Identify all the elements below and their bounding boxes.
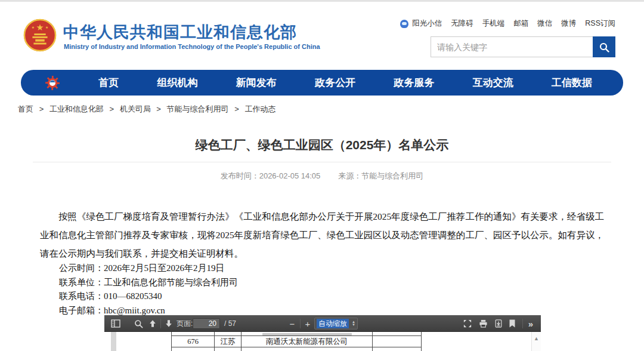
article-meta: 发布时间：2026-02-05 14:05 来源：节能与综合利用司 <box>0 171 644 181</box>
page-number-input[interactable] <box>193 318 220 329</box>
crumb-separator: > <box>109 104 114 113</box>
public-notice-period: 公示时间：2026年2月5日至2026年2月19日 <box>59 261 238 276</box>
pdf-toolbar: 页面: / 57 − + 自动缩放 ▲ ▼ <box>104 315 541 332</box>
sidebar-toggle-icon <box>111 319 120 328</box>
nav-item-gov-disclosure[interactable]: 政务公开 <box>315 76 355 90</box>
miit-gear-logo-icon[interactable] <box>45 75 60 91</box>
crumb-home[interactable]: 首页 <box>18 104 33 113</box>
zoom-level-select[interactable]: 自动缩放 ▲ ▼ <box>314 318 358 330</box>
national-emblem-logo: ★ ★ ★ <box>23 18 57 53</box>
link-yangguangxiaoxin[interactable]: 阳光小信 <box>412 19 442 29</box>
search-icon <box>599 42 609 53</box>
sidebar-toggle-button[interactable] <box>109 315 122 332</box>
link-weibo[interactable]: 微博 <box>561 19 576 29</box>
mascot-icon <box>400 20 408 28</box>
page: ★ ★ ★ 中华人民共和国工业和信息化部 Ministry of Industr… <box>0 0 644 351</box>
more-tools-button[interactable]: » <box>524 315 537 332</box>
clipped-text-remnant <box>262 333 352 335</box>
presentation-mode-button[interactable] <box>461 315 474 332</box>
search-input[interactable] <box>431 36 593 57</box>
toolbar-divider <box>160 319 161 328</box>
bookmark-icon <box>509 319 516 328</box>
link-accessibility[interactable]: 无障碍 <box>451 19 473 29</box>
zoom-in-button[interactable]: + <box>302 315 314 332</box>
svg-text:★: ★ <box>45 26 48 29</box>
crumb-work-updates: 工作动态 <box>244 104 275 113</box>
quick-links: 阳光小信 无障碍 手机端 邮箱 微信 微博 RSS订阅 <box>400 19 615 29</box>
crumb-miit[interactable]: 工业和信息化部 <box>49 104 104 113</box>
contact-unit: 联系单位：工业和信息化部节能与综合利用司 <box>59 276 238 290</box>
download-button[interactable] <box>492 315 505 332</box>
pdf-viewer: 页面: / 57 − + 自动缩放 ▲ ▼ <box>104 315 541 351</box>
arrow-down-icon <box>165 319 173 328</box>
zoom-select-value: 自动缩放 <box>317 319 349 328</box>
search-button[interactable] <box>593 36 615 57</box>
site-title: 中华人民共和国工业和信息化部 <box>63 21 297 43</box>
crumb-departments[interactable]: 机关司局 <box>120 104 151 113</box>
nav-item-home[interactable]: 首页 <box>98 76 119 90</box>
nav-item-interaction[interactable]: 互动交流 <box>473 76 513 90</box>
nav-item-miit-data[interactable]: 工信数据 <box>552 76 592 90</box>
cell-company: 南通沃太新能源有限公司 <box>242 336 373 347</box>
printer-icon <box>479 319 488 328</box>
nav-item-news[interactable]: 新闻发布 <box>236 76 277 90</box>
link-wechat[interactable]: 微信 <box>537 19 552 29</box>
primary-nav: 首页 组织机构 新闻发布 政务公开 政务服务 互动交流 工信数据 <box>21 70 623 96</box>
article-title: 绿色工厂、绿色工业园区（2025年）名单公示 <box>0 137 644 153</box>
crumb-separator: > <box>156 104 161 113</box>
article-source: 来源：节能与综合利用司 <box>338 171 423 181</box>
next-page-button[interactable] <box>162 315 175 332</box>
svg-text:★: ★ <box>32 26 35 29</box>
table-row-clipped <box>172 347 422 351</box>
publish-time: 发布时间：2026-02-05 14:05 <box>221 171 321 181</box>
page-label: 页面: <box>177 315 193 332</box>
arrow-up-icon <box>148 319 157 328</box>
breadcrumb: 首页 > 工业和信息化部 > 机关司局 > 节能与综合利用司 > 工作动态 <box>18 104 275 115</box>
crumb-energy-dept[interactable]: 节能与综合利用司 <box>167 104 229 113</box>
pdf-page-area[interactable]: 676 江苏 南通沃太新能源有限公司 ▲ <box>104 332 541 351</box>
search-icon <box>134 319 143 328</box>
article-paragraph: 按照《绿色工厂梯度培育及管理暂行办法》《工业和信息化部办公厅关于开展2025年度… <box>40 207 604 263</box>
site-header: ★ ★ ★ 中华人民共和国工业和信息化部 Ministry of Industr… <box>0 2 644 67</box>
title-divider <box>33 162 611 162</box>
crumb-separator: > <box>234 104 239 113</box>
download-icon <box>494 319 503 328</box>
page-margin-gutter <box>111 332 116 351</box>
crumb-separator: > <box>39 104 44 113</box>
contact-phone: 联系电话：010—68205340 <box>59 290 238 304</box>
nav-item-gov-services[interactable]: 政务服务 <box>394 76 434 90</box>
zoom-out-button[interactable]: − <box>286 315 298 332</box>
page-count: / 57 <box>224 315 236 332</box>
bookmark-button[interactable] <box>506 315 519 332</box>
cell-note <box>372 336 421 347</box>
find-in-document-button[interactable] <box>132 315 145 332</box>
pdf-scrollbar[interactable]: ▲ <box>531 332 541 351</box>
nav-item-organization[interactable]: 组织机构 <box>157 76 198 90</box>
link-rss[interactable]: RSS订阅 <box>585 19 615 29</box>
select-arrows-icon: ▲ ▼ <box>352 321 355 327</box>
cell-province: 江苏 <box>215 336 242 347</box>
print-button[interactable] <box>476 315 490 332</box>
scroll-up-arrow-icon[interactable]: ▲ <box>532 334 541 343</box>
search-bar <box>431 36 615 57</box>
pdf-table: 676 江苏 南通沃太新能源有限公司 <box>171 332 422 351</box>
svg-text:★: ★ <box>36 23 44 32</box>
fullscreen-icon <box>463 319 472 328</box>
toolbar-divider <box>522 319 523 328</box>
previous-page-button[interactable] <box>146 315 159 332</box>
link-mobile[interactable]: 手机端 <box>482 19 505 29</box>
link-mailbox[interactable]: 邮箱 <box>513 19 528 29</box>
table-row: 676 江苏 南通沃太新能源有限公司 <box>172 336 422 347</box>
toolbar-divider <box>300 319 301 328</box>
site-subtitle: Ministry of Industry and Information Tec… <box>64 43 320 50</box>
cell-row-number: 676 <box>172 336 215 347</box>
contact-block: 公示时间：2026年2月5日至2026年2月19日 联系单位：工业和信息化部节能… <box>59 261 238 318</box>
